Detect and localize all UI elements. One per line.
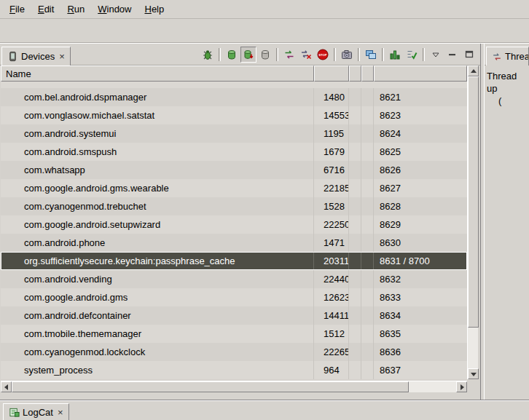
cell-c2 (361, 88, 374, 106)
devices-panel: Devices × STOP Name com.bel.android.dspm… (0, 44, 481, 400)
cell-name: com.android.defcontainer (1, 306, 314, 325)
dump-hprof-icon[interactable] (240, 47, 256, 63)
horizontal-scrollbar[interactable] (1, 381, 467, 392)
table-row[interactable]: com.android.phone14718630 (1, 234, 467, 252)
cell-port: 8624 (374, 124, 467, 143)
cell-c2 (361, 179, 374, 197)
devices-panel-header: Devices × STOP (0, 44, 480, 66)
cell-c2 (361, 252, 374, 270)
system-info-icon[interactable] (387, 47, 403, 63)
table-row[interactable]: com.bel.android.dspmanager14808621 (1, 88, 467, 106)
cell-c2 (361, 161, 374, 179)
cell-port: 8621 (374, 88, 467, 106)
partial-row (1, 82, 467, 88)
tab-logcat[interactable]: LogCat × (3, 403, 69, 420)
scroll-left-button[interactable] (1, 381, 12, 392)
cell-name: com.google.android.gms (1, 288, 314, 306)
cell-name: com.tmobile.thememanager (1, 325, 314, 343)
main-toolbar (0, 19, 529, 43)
menu-help[interactable]: Help (138, 0, 171, 18)
svg-text:STOP: STOP (318, 53, 327, 57)
view-hierarchy-icon[interactable] (363, 47, 379, 63)
table-row[interactable]: com.cyanogenmod.lockclock222658636 (1, 343, 467, 361)
cell-c1 (349, 343, 361, 361)
menu-edit[interactable]: Edit (31, 0, 60, 18)
cell-name: com.android.systemui (1, 124, 314, 143)
close-icon[interactable]: × (58, 408, 63, 417)
menu-file[interactable]: File (3, 0, 31, 18)
update-threads-icon[interactable] (281, 47, 297, 63)
cause-gc-icon[interactable] (257, 47, 273, 63)
horizontal-scroll-thumb[interactable] (12, 381, 409, 392)
maximize-icon[interactable] (461, 47, 477, 63)
table-row[interactable]: com.android.smspush16798625 (1, 143, 467, 161)
cell-c2 (361, 143, 374, 161)
cell-port: 8626 (374, 161, 467, 179)
table-row[interactable]: com.android.defcontainer144118634 (1, 306, 467, 325)
cell-port: 8633 (374, 288, 467, 306)
vertical-scroll-thumb[interactable] (468, 76, 479, 328)
menu-run[interactable]: Run (60, 0, 91, 18)
toolbar-separator (334, 48, 336, 61)
threads-tab-label: Threads (505, 51, 529, 62)
menu-bar: FileEditRunWindowHelp (0, 0, 529, 19)
cell-c2 (361, 124, 374, 143)
table-rows-viewport: com.bel.android.dspmanager14808621com.vo… (1, 82, 467, 379)
stop-method-profiling-icon[interactable] (298, 47, 314, 63)
column-header-name[interactable]: Name (1, 66, 314, 82)
view-menu-icon[interactable] (428, 47, 444, 63)
cell-pid: 964 (314, 361, 349, 379)
tab-threads[interactable]: Threads (486, 47, 529, 66)
scroll-right-button[interactable] (456, 381, 467, 392)
cell-c1 (349, 179, 361, 197)
minimize-icon[interactable] (444, 47, 461, 63)
table-row[interactable]: system_process9648637 (1, 361, 467, 379)
horizontal-scrollbar-row (1, 381, 478, 392)
cell-c1 (349, 161, 361, 179)
column-header-port[interactable] (374, 66, 467, 82)
cell-pid: 22185 (314, 179, 349, 197)
threads-panel-header: Threads (485, 44, 529, 66)
column-header-blank1[interactable] (349, 66, 361, 82)
table-row[interactable]: com.android.vending224408632 (1, 270, 467, 288)
table-row[interactable]: com.cyanogenmod.trebuchet15288628 (1, 197, 467, 215)
column-header-blank2[interactable] (361, 66, 374, 82)
cell-c2 (361, 343, 374, 361)
devices-tab-label: Devices (21, 51, 55, 62)
cell-pid: 22265 (314, 343, 349, 361)
cell-c1 (349, 88, 361, 106)
cell-c1 (349, 106, 361, 124)
cell-name: com.whatsapp (1, 161, 314, 179)
table-row[interactable]: com.google.android.gms.wearable221858627 (1, 179, 467, 197)
cell-c2 (361, 215, 374, 234)
toolbar-separator (219, 48, 221, 61)
threads-message-line1: Thread up (487, 70, 527, 95)
devices-toolbar: STOP (200, 47, 480, 65)
table-row[interactable]: com.google.android.setupwizard222508629 (1, 215, 467, 234)
stop-process-icon[interactable]: STOP (315, 47, 331, 63)
table-row-selected[interactable]: org.sufficientlysecure.keychain:passphra… (1, 252, 467, 270)
scroll-down-button[interactable] (468, 368, 479, 379)
column-header-pid[interactable] (314, 66, 349, 82)
cell-pid: 1512 (314, 325, 349, 343)
cell-pid: 1679 (314, 143, 349, 161)
table-row[interactable]: com.vonglasow.michael.satstat145538623 (1, 106, 467, 124)
tab-devices[interactable]: Devices × (1, 47, 71, 66)
debug-process-icon[interactable] (200, 47, 216, 63)
close-icon[interactable]: × (59, 52, 65, 61)
table-row[interactable]: com.whatsapp67168626 (1, 161, 467, 179)
cell-pid: 1195 (314, 124, 349, 143)
vertical-scrollbar[interactable] (467, 66, 478, 379)
menu-window[interactable]: Window (91, 0, 138, 18)
update-heap-icon[interactable] (224, 47, 240, 63)
screen-capture-icon[interactable] (339, 47, 355, 63)
cell-port: 8630 (374, 234, 467, 252)
tree-view-icon[interactable] (404, 47, 420, 63)
table-row[interactable]: com.android.systemui11958624 (1, 124, 467, 143)
table-row[interactable]: com.google.android.gms126238633 (1, 288, 467, 306)
cell-c2 (361, 306, 374, 325)
cell-c2 (361, 270, 374, 288)
cell-c1 (349, 252, 361, 270)
table-row[interactable]: com.tmobile.thememanager15128635 (1, 325, 467, 343)
scroll-up-button[interactable] (468, 66, 479, 76)
